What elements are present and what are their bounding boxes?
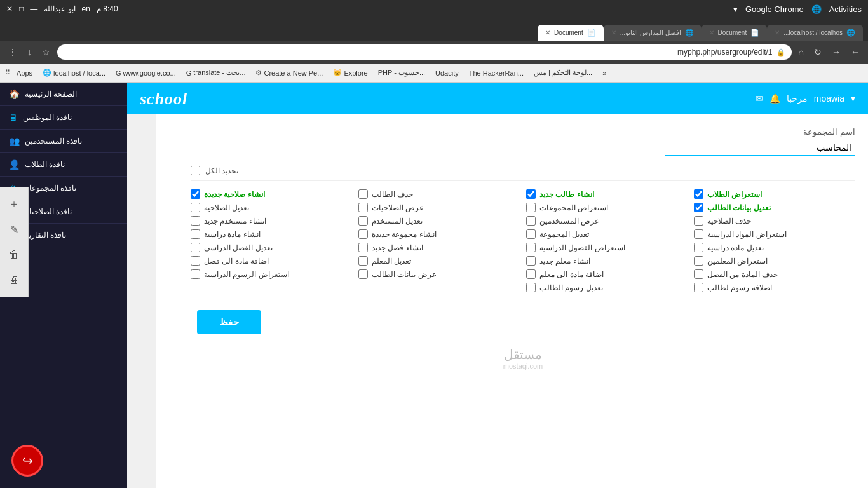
refresh-button[interactable]: ↻ [811,46,825,58]
email-icon[interactable]: ✉ [756,93,763,104]
bookmarks-more[interactable]: » [599,68,610,78]
perm-item-delete-perm: حذف الصلاحية [694,214,855,227]
perm-checkbox-edit-perm[interactable] [191,203,200,212]
save-button[interactable]: حفظ [197,310,261,334]
tab-close-1[interactable]: ✕ [709,29,714,36]
perm-label-view-users: عرض المستخدمين [539,217,599,226]
sidebar-item-employees[interactable]: نافذة الموظفين 🖥 [0,106,127,130]
perm-label-new-perm: انشاء صلاحية جديدة [204,190,265,199]
sidebar-item-home[interactable]: الصفحة الرئيسية 🏠 [0,83,127,106]
perm-checkbox-add-subject-teacher[interactable] [526,269,536,279]
perm-checkbox-new-class[interactable] [358,243,368,252]
forward-button[interactable]: → [829,46,844,58]
perm-checkbox-new-perm[interactable] [191,189,200,199]
perm-item-add-subject-class: اضافة مادة الى فصل [191,254,352,268]
perm-checkbox-add-subject-class[interactable] [191,256,200,266]
perm-checkbox-add-fees[interactable] [694,283,703,292]
perm-checkbox-edit-student-fees[interactable] [526,283,536,292]
tab-label-0: localhost / localhos... [783,29,843,36]
os-user: ابو عبدالله [44,4,75,13]
bookmark-hacker[interactable]: The HackerRan... [465,68,527,78]
add-action-icon[interactable]: ＋ [4,194,24,214]
sidebar-label-reports: نافذة التقارير [25,231,66,240]
address-bar[interactable]: 🔒 myphp.php/usergroup/edit/1 [57,44,792,60]
username-label: moawia [814,93,844,104]
sidebar-item-students[interactable]: نافذة الطلاب 👤 [0,153,127,177]
delete-action-icon[interactable]: 🗑 [4,245,24,265]
clock: 8:40 م [97,4,118,13]
bookmark-php[interactable]: PHP - حسوب... [374,67,429,78]
bookmark-dashboard[interactable]: لوحة التحكم | مس... [530,67,596,78]
sidebar-item-users[interactable]: نافذة المستخدمين 👥 [0,130,127,153]
perm-checkbox-browse-subjects[interactable] [694,229,703,239]
bookmark-create[interactable]: ⚙Create a New Pe... [252,67,327,78]
perm-checkbox-new-subject[interactable] [191,229,200,239]
perm-item-browse-fees: استعراض الرسوم الدراسية [191,268,352,281]
perm-checkbox-browse-classes[interactable] [526,243,536,252]
perm-checkbox-new-teacher[interactable] [526,256,536,266]
tab-close-2[interactable]: ✕ [611,29,616,36]
perm-checkbox-view-users[interactable] [526,216,536,226]
perm-checkbox-delete-student[interactable] [358,189,368,199]
window-minimize[interactable]: — [30,4,37,13]
perm-checkbox-delete-subject-class[interactable] [694,269,703,279]
perm-col-1: انشاء طالب جديد استعراض المجموعات عرض ال… [526,187,688,294]
perm-checkbox-edit-user[interactable] [358,216,368,226]
window-maximize[interactable]: □ [19,4,24,13]
tab-3[interactable]: 📄 Document ✕ [538,25,604,41]
bell-icon[interactable]: 🔔 [770,93,780,104]
perm-checkbox-browse-teachers[interactable] [694,256,703,266]
browser-icon: 🌐 [811,4,822,14]
perm-checkbox-edit-subject[interactable] [694,243,703,252]
perm-checkbox-browse-students[interactable] [694,189,703,199]
tab-close-3[interactable]: ✕ [545,29,550,36]
bookmark-translate[interactable]: Gtranslate - بحث... [182,67,250,78]
perm-item-browse-teachers: استعراض المعلمين [694,254,855,268]
perm-checkbox-edit-class[interactable] [191,243,200,252]
bookmark-apps[interactable]: Apps [13,68,36,78]
tab-1[interactable]: 📄 Document ✕ [702,25,768,41]
perm-checkbox-delete-perm[interactable] [694,216,703,226]
back-button[interactable]: ← [848,46,863,58]
perm-checkbox-edit-student[interactable] [694,203,703,212]
perm-item-new-group: انشاء مجموعة جديدة [358,227,520,241]
bookmark-localhost[interactable]: 🌐localhost / loca... [39,67,109,78]
perm-label-add-subject-teacher: اضافة مادة الى معلم [539,270,604,279]
os-dropdown-icon[interactable]: ▾ [733,4,738,14]
bookmark-google[interactable]: Gwww.google.co... [112,68,180,78]
perm-checkbox-view-student-data[interactable] [358,269,368,279]
lang-indicator[interactable]: en [82,4,90,13]
dropdown-arrow[interactable]: ▾ [851,93,855,104]
tab-2[interactable]: 🌐 افضل المدارس الثانو... ✕ [604,25,702,41]
perm-label-edit-student: تعديل بيانات الطالب [707,203,771,212]
activities-label[interactable]: Activities [829,4,862,14]
apps-icon: ⠿ [5,69,10,77]
content-area: اسم المجموعة تحديد الكل استعراض الطلاب [156,114,868,389]
select-all-checkbox[interactable] [191,166,200,175]
perm-checkbox-new-group[interactable] [358,229,368,239]
tab-close-0[interactable]: ✕ [775,29,780,36]
perm-checkbox-view-perms[interactable] [358,203,368,212]
perm-checkbox-new-student[interactable] [526,189,536,199]
logout-button[interactable]: ↪ [11,445,43,477]
perm-label-view-student-data: عرض بيانات الطالب [372,270,437,279]
extension-icon[interactable]: ↓ [24,46,35,58]
perm-checkbox-edit-teacher[interactable] [358,256,368,266]
window-close[interactable]: ✕ [6,4,13,13]
perm-checkbox-browse-groups[interactable] [526,203,536,212]
bookmark-explore[interactable]: 🐱Explore [329,67,371,78]
home-button[interactable]: ⌂ [796,46,807,58]
perm-checkbox-new-user[interactable] [191,216,200,226]
bookmark-create-icon: ⚙ [255,69,262,77]
tab-0[interactable]: 🌐 localhost / localhos... ✕ [767,25,863,41]
perm-checkbox-browse-fees[interactable] [191,269,200,279]
group-name-input[interactable] [665,140,855,156]
perm-label-edit-student-fees: تعديل رسوم الطالب [539,283,603,292]
perm-checkbox-edit-group[interactable] [526,229,536,239]
bookmark-udacity[interactable]: Udacity [431,68,463,78]
bookmark-star[interactable]: ☆ [39,46,53,58]
edit-action-icon[interactable]: ✎ [4,219,24,240]
print-action-icon[interactable]: 🖨 [4,270,24,290]
perm-label-edit-subject: تعديل مادة دراسية [707,243,764,252]
menu-button[interactable]: ⋮ [5,46,20,58]
